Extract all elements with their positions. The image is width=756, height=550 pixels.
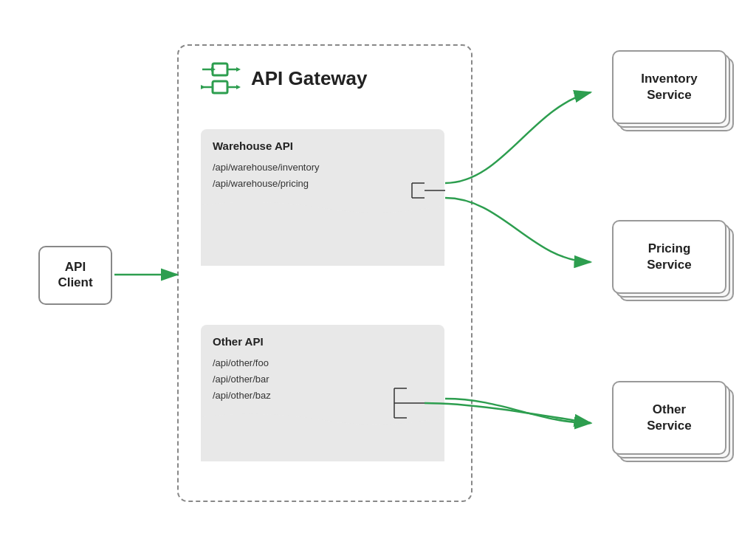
api-client-label: API Client [58, 260, 92, 290]
wavy-bottom-other [201, 410, 444, 430]
other-api-panel: Other API /api/other/foo /api/other/bar … [201, 325, 444, 461]
svg-rect-1 [213, 81, 227, 93]
route-other-bar: /api/other/bar [213, 371, 433, 388]
inventory-service-card-front: Inventory Service [612, 50, 726, 124]
svg-marker-5 [236, 67, 241, 72]
other-service-cards: Other Service [612, 381, 734, 462]
diagram-container: API Client API Gateway Warehouse API /ap… [0, 0, 756, 550]
warehouse-api-title: Warehouse API [201, 129, 444, 157]
pricing-service-card-front: Pricing Service [612, 220, 726, 294]
gateway-icon [199, 58, 241, 99]
route-warehouse-pricing: /api/warehouse/pricing [213, 176, 433, 192]
svg-marker-7 [201, 85, 205, 89]
pricing-service-cards: Pricing Service [612, 220, 734, 301]
warehouse-api-routes: /api/warehouse/inventory /api/warehouse/… [201, 157, 444, 198]
wavy-bottom-warehouse [201, 198, 444, 219]
gateway-title: API Gateway [251, 67, 368, 90]
other-service-card-front: Other Service [612, 381, 726, 455]
route-warehouse-inventory: /api/warehouse/inventory [213, 159, 433, 176]
other-service-stack: Other Service [612, 381, 734, 462]
warehouse-api-panel: Warehouse API /api/warehouse/inventory /… [201, 129, 444, 266]
pricing-service-stack: Pricing Service [612, 220, 734, 301]
other-service-label: Other Service [647, 402, 692, 434]
api-client-box: API Client [38, 246, 112, 305]
route-other-baz: /api/other/baz [213, 388, 433, 404]
inventory-service-label: Inventory Service [641, 71, 698, 103]
inventory-service-stack: Inventory Service [612, 50, 734, 131]
other-api-routes: /api/other/foo /api/other/bar /api/other… [201, 352, 444, 410]
gateway-header: API Gateway [199, 58, 368, 99]
inventory-service-cards: Inventory Service [612, 50, 734, 131]
svg-marker-9 [236, 85, 241, 89]
route-other-foo: /api/other/foo [213, 355, 433, 371]
other-api-title: Other API [201, 325, 444, 352]
pricing-service-label: Pricing Service [647, 241, 692, 273]
